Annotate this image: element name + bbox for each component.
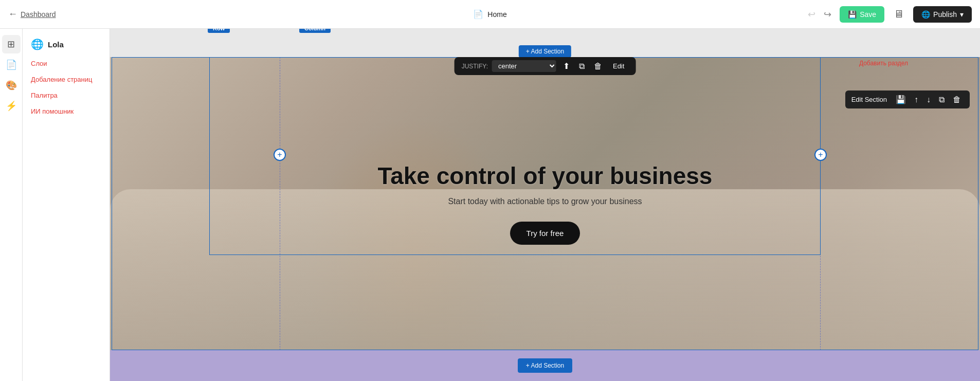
sidebar-item-ai[interactable]: ИИ помошник [23,103,110,119]
save-icon: 💾 [848,10,857,19]
undo-button[interactable]: ↩ [805,7,819,22]
add-section-corner-label[interactable]: Добавить раздел [859,60,908,67]
redo-button[interactable]: ↪ [821,7,834,22]
sidebar-ai-button[interactable]: ⚡ [2,97,21,115]
edit-section-copy-icon[interactable]: ⧉ [936,94,947,105]
add-column-right-handle[interactable]: + [814,149,827,161]
logo-icon: 🌐 [31,38,44,50]
back-arrow-icon[interactable]: ← [8,9,17,20]
desktop-preview-button[interactable]: 🖥 [890,6,908,22]
sidebar-pages-button[interactable]: 📄 [2,56,21,74]
publish-chevron-icon: ▾ [960,10,964,19]
save-label: Save [860,10,876,19]
save-button[interactable]: 💾 Save [840,6,884,23]
sidebar-item-palette[interactable]: Палитра [23,87,110,103]
publish-button[interactable]: 🌐 Publish ▾ [913,6,972,23]
sidebar-item-layers[interactable]: Слои [23,56,110,71]
add-section-top-button[interactable]: + Add Section [519,45,571,58]
hero-title: Take control of your business [378,162,713,190]
justify-label: JUSTIFY: [462,63,488,70]
add-section-bottom-bar: + Add Section [110,350,980,381]
justify-copy-icon[interactable]: ⧉ [576,61,587,72]
topbar: ← Dashboard 📄 Home ↩ ↪ 💾 Save 🖥 🌐 Publis… [0,0,980,29]
topbar-center: 📄 Home [473,9,506,19]
page-file-icon: 📄 [473,9,483,19]
sidebar-layers-button[interactable]: ⊞ [2,35,21,53]
sidebar-palette-button[interactable]: 🎨 [2,76,21,95]
topbar-left: ← Dashboard [8,9,56,20]
canvas-area[interactable]: Take control of your business Start toda… [110,29,980,381]
justify-upload-icon[interactable]: ⬆ [560,60,572,72]
logo-text: Lola [48,40,64,49]
add-section-bottom-button[interactable]: + Add Section [518,358,572,373]
edit-section-down-icon[interactable]: ↓ [924,94,933,105]
edit-section-toolbar: Edit Section 💾 ↑ ↓ ⧉ 🗑 [845,90,970,108]
publish-label: Publish [933,10,957,19]
justify-select[interactable]: center left right space-between [492,60,556,72]
edit-section-delete-icon[interactable]: 🗑 [950,94,964,105]
hero-subtitle: Start today with actionable tips to grow… [378,197,713,206]
add-section-top-label: + Add Section [526,48,564,55]
justify-delete-icon[interactable]: 🗑 [591,61,605,72]
column-badge[interactable]: Column [299,29,331,33]
logo-area: 🌐 Lola [23,33,110,56]
main-layout: ⊞ 📄 🎨 ⚡ 🌐 Lola Слои Добаление страниц Па… [0,29,980,381]
justify-edit-label[interactable]: Edit [609,61,628,71]
edit-section-label: Edit Section [851,96,887,103]
undo-redo-group: ↩ ↪ [805,7,834,22]
edit-section-up-icon[interactable]: ↑ [912,94,921,105]
edit-section-save-icon[interactable]: 💾 [893,94,909,105]
publish-globe-icon: 🌐 [921,10,930,19]
page-title: Home [487,10,506,19]
hero-cta-button[interactable]: Try for free [510,222,580,245]
sidebar-item-add-pages[interactable]: Добаление страниц [23,71,110,87]
add-section-bottom-label: + Add Section [526,362,564,369]
sidebar-icons: ⊞ 📄 🎨 ⚡ [0,29,23,381]
justify-toolbar: JUSTIFY: center left right space-between… [455,57,636,75]
topbar-right: ↩ ↪ 💾 Save 🖥 🌐 Publish ▾ [805,6,972,23]
hero-content: Take control of your business Start toda… [378,162,713,245]
add-column-left-handle[interactable]: + [274,149,286,161]
row-badge[interactable]: Row [208,29,230,33]
left-panel: 🌐 Lola Слои Добаление страниц Палитра ИИ… [23,29,110,381]
dashboard-link[interactable]: Dashboard [21,10,56,19]
